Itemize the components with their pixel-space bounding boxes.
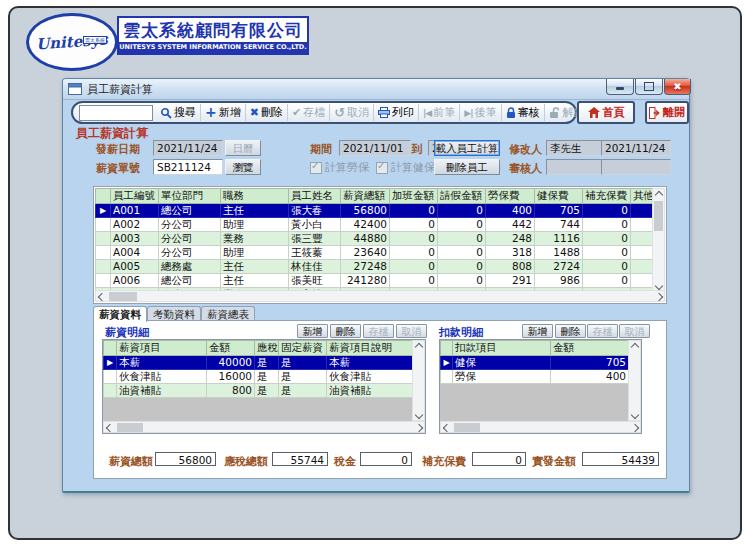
- table-cell[interactable]: 0: [438, 218, 486, 232]
- table-row[interactable]: 勞保400: [441, 370, 629, 384]
- table-cell[interactable]: 800: [207, 384, 255, 398]
- browse-button[interactable]: 瀏覽: [225, 159, 261, 175]
- table-row[interactable]: 伙食津貼16000是是伙食津貼: [104, 370, 413, 384]
- table-cell[interactable]: 勞保: [453, 370, 551, 384]
- table-cell[interactable]: 27248: [341, 260, 390, 274]
- scroll-down-icon[interactable]: [413, 409, 424, 420]
- scrollbar-thumb[interactable]: [654, 201, 663, 231]
- window-titlebar[interactable]: 員工薪資計算: [63, 79, 689, 100]
- table-cell[interactable]: 助理: [221, 218, 289, 232]
- table-cell[interactable]: 0: [438, 246, 486, 260]
- table-cell[interactable]: 44880: [341, 232, 390, 246]
- tab-attendance-data[interactable]: 考勤資料: [147, 306, 201, 321]
- table-cell[interactable]: 主任: [221, 260, 289, 274]
- scroll-right-icon[interactable]: [413, 422, 424, 433]
- scroll-up-icon[interactable]: [413, 341, 424, 352]
- table-cell[interactable]: 黃小白: [289, 218, 341, 232]
- table-cell[interactable]: 健保: [453, 356, 551, 370]
- table-cell[interactable]: 業務: [221, 232, 289, 246]
- table-cell[interactable]: 241280: [341, 274, 390, 288]
- pay-date-field[interactable]: 2021/11/24: [153, 140, 223, 156]
- table-cell[interactable]: A005: [111, 260, 159, 274]
- deduction-grid-vscrollbar[interactable]: [628, 340, 641, 421]
- scroll-right-icon[interactable]: [629, 422, 640, 433]
- table-row[interactable]: ▶A001總公司主任張大春56800004007050: [96, 204, 654, 218]
- table-cell[interactable]: 分公司: [159, 232, 221, 246]
- table-cell[interactable]: 56800: [341, 204, 390, 218]
- table-cell[interactable]: 總公司: [159, 204, 221, 218]
- deduction-grid-hscrollbar[interactable]: [440, 421, 641, 433]
- scroll-up-icon[interactable]: [653, 189, 664, 200]
- table-cell[interactable]: 本薪: [327, 356, 413, 370]
- table-row[interactable]: 油資補貼800是是油資補貼: [104, 384, 413, 398]
- table-cell[interactable]: 291: [486, 274, 535, 288]
- table-cell[interactable]: A006: [111, 274, 159, 288]
- table-cell[interactable]: 400: [486, 204, 535, 218]
- scrollbar-thumb[interactable]: [109, 292, 137, 301]
- table-cell[interactable]: 主任: [221, 274, 289, 288]
- table-cell[interactable]: 0: [390, 274, 438, 288]
- tab-salary-summary[interactable]: 薪資總表: [201, 306, 255, 321]
- table-cell[interactable]: [631, 246, 654, 260]
- scrollbar-thumb[interactable]: [454, 423, 480, 432]
- salary-no-field[interactable]: SB211124: [153, 159, 223, 175]
- table-row[interactable]: A006總公司主任張美旺241280002919860: [96, 274, 654, 288]
- home-button[interactable]: 首頁: [577, 101, 635, 124]
- salary-add-button[interactable]: 新增: [297, 324, 328, 338]
- table-cell[interactable]: 本薪: [117, 356, 207, 370]
- table-cell[interactable]: 油資補貼: [327, 384, 413, 398]
- search-button[interactable]: 搜尋: [156, 104, 201, 121]
- table-cell[interactable]: 助理: [221, 246, 289, 260]
- table-cell[interactable]: 0: [390, 260, 438, 274]
- table-cell[interactable]: A004: [111, 246, 159, 260]
- table-cell[interactable]: 2724: [535, 260, 583, 274]
- salary-grid-vscrollbar[interactable]: [412, 340, 425, 421]
- scroll-up-icon[interactable]: [629, 341, 640, 352]
- table-cell[interactable]: 808: [486, 260, 535, 274]
- table-row[interactable]: A005總務處主任林佳佳272480080827240: [96, 260, 654, 274]
- audit-button[interactable]: 審核: [502, 104, 545, 121]
- scroll-right-icon[interactable]: [653, 291, 664, 302]
- table-cell[interactable]: 王筱蓁: [289, 246, 341, 260]
- tab-salary-data[interactable]: 薪資資料: [93, 306, 147, 322]
- table-cell[interactable]: 318: [486, 246, 535, 260]
- scroll-left-icon[interactable]: [441, 422, 452, 433]
- table-cell[interactable]: 400: [551, 370, 629, 384]
- close-button[interactable]: [664, 79, 691, 95]
- table-cell[interactable]: 0: [390, 232, 438, 246]
- table-cell[interactable]: 0: [583, 218, 631, 232]
- table-cell[interactable]: 744: [535, 218, 583, 232]
- table-cell[interactable]: 總公司: [159, 274, 221, 288]
- table-cell[interactable]: 23640: [341, 246, 390, 260]
- table-row[interactable]: A003分公司業務張三豐448800024811160: [96, 232, 654, 246]
- table-cell[interactable]: [631, 204, 654, 218]
- table-cell[interactable]: 16000: [207, 370, 255, 384]
- table-cell[interactable]: 林佳佳: [289, 260, 341, 274]
- table-cell[interactable]: 1488: [535, 246, 583, 260]
- table-cell[interactable]: 是: [255, 384, 279, 398]
- table-cell[interactable]: 是: [279, 384, 327, 398]
- table-cell[interactable]: A002: [111, 218, 159, 232]
- table-cell[interactable]: 總務處: [159, 260, 221, 274]
- table-cell[interactable]: 伙食津貼: [327, 370, 413, 384]
- table-cell[interactable]: 0: [390, 246, 438, 260]
- scroll-left-icon[interactable]: [104, 422, 115, 433]
- table-cell[interactable]: [631, 218, 654, 232]
- add-button[interactable]: 新增: [201, 104, 246, 121]
- table-cell[interactable]: 1116: [535, 232, 583, 246]
- table-cell[interactable]: 442: [486, 218, 535, 232]
- table-cell[interactable]: 0: [583, 246, 631, 260]
- employee-grid-vscrollbar[interactable]: [652, 188, 665, 292]
- table-cell[interactable]: 是: [279, 356, 327, 370]
- table-cell[interactable]: 是: [255, 356, 279, 370]
- table-cell[interactable]: 0: [390, 204, 438, 218]
- delete-employee-button[interactable]: 刪除員工: [434, 159, 500, 175]
- table-cell[interactable]: 是: [255, 370, 279, 384]
- salary-delete-button[interactable]: 刪除: [330, 324, 361, 338]
- scroll-left-icon[interactable]: [96, 291, 107, 302]
- table-cell[interactable]: 0: [583, 204, 631, 218]
- table-cell[interactable]: 0: [583, 274, 631, 288]
- delete-button[interactable]: 刪除: [246, 104, 288, 121]
- table-cell[interactable]: 0: [438, 274, 486, 288]
- period-from-field[interactable]: 2021/11/01: [339, 140, 411, 156]
